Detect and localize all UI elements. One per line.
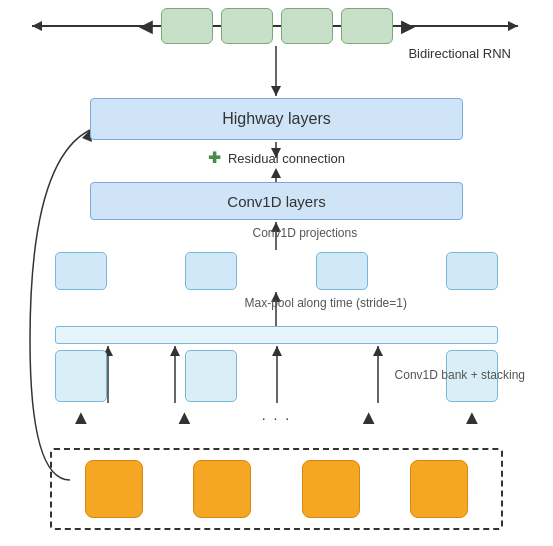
highway-layers-label: Highway layers xyxy=(222,110,330,128)
blue-box-1 xyxy=(55,252,107,290)
orange-box-3 xyxy=(302,460,360,518)
up-arrow-2: ▲ xyxy=(158,406,210,429)
maxpool-label: Max-pool along time (stride=1) xyxy=(245,296,407,310)
rnn-row: ◀ ▶ xyxy=(30,8,523,44)
rnn-box-2 xyxy=(221,8,273,44)
blue-box-3 xyxy=(316,252,368,290)
up-arrow-3: ▲ xyxy=(343,406,395,429)
orange-box-1 xyxy=(85,460,143,518)
bidirectional-rnn-label: Bidirectional RNN xyxy=(408,46,511,61)
highway-box: Highway layers xyxy=(90,98,463,140)
light-blue-box-2 xyxy=(185,350,237,402)
left-arrow-icon: ◀ xyxy=(139,15,153,37)
conv1d-layers-box: Conv1D layers xyxy=(90,182,463,220)
light-blue-box-1 xyxy=(55,350,107,402)
plus-icon: ✚ xyxy=(208,150,224,166)
up-arrow-4: ▲ xyxy=(446,406,498,429)
rnn-box-4 xyxy=(341,8,393,44)
input-dashed-box xyxy=(50,448,503,530)
orange-box-4 xyxy=(410,460,468,518)
svg-marker-6 xyxy=(271,86,281,96)
residual-connection-label: Residual connection xyxy=(228,151,345,166)
blue-box-4 xyxy=(446,252,498,290)
svg-marker-10 xyxy=(271,168,281,178)
conv1d-projections-label: Conv1D projections xyxy=(253,226,358,240)
blue-boxes-row xyxy=(55,252,498,290)
rnn-box-1 xyxy=(161,8,213,44)
dots-indicator: · · · xyxy=(262,410,291,426)
rnn-box-3 xyxy=(281,8,333,44)
thin-bar-row xyxy=(55,326,498,344)
residual-area: ✚ Residual connection xyxy=(208,150,345,166)
conv1d-bank-label: Conv1D bank + stacking xyxy=(395,368,525,382)
up-arrow-1: ▲ xyxy=(55,406,107,429)
conv1d-layers-label: Conv1D layers xyxy=(227,193,325,210)
orange-box-2 xyxy=(193,460,251,518)
right-arrow-icon: ▶ xyxy=(401,15,415,37)
blue-box-2 xyxy=(185,252,237,290)
diagram: ◀ ▶ Bidirectional RNN Highway layers ✚ R… xyxy=(0,0,553,546)
up-arrows-row: ▲ ▲ · · · ▲ ▲ xyxy=(55,406,498,429)
